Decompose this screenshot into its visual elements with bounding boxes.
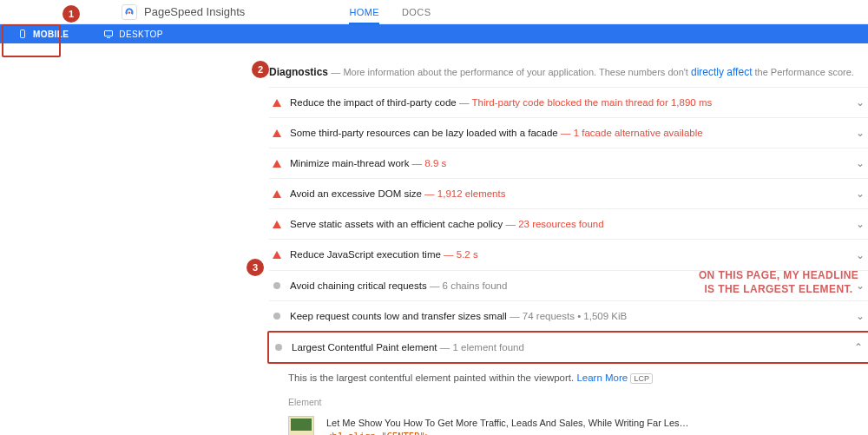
diagnostics-title: Diagnostics xyxy=(269,66,328,78)
lcp-element-headline: Let Me Show You How To Get More Traffic,… xyxy=(326,416,689,431)
chevron-down-icon: ⌄ xyxy=(856,249,865,261)
warning-triangle-icon xyxy=(273,129,281,137)
chevron-down-icon: ⌄ xyxy=(856,188,865,200)
psi-logo-icon xyxy=(122,4,137,20)
tab-desktop-label: DESKTOP xyxy=(119,30,162,39)
lcp-element-text: Let Me Show You How To Get More Traffic,… xyxy=(326,416,689,435)
row-title: Some third-party resources can be lazy l… xyxy=(290,126,856,140)
lcp-tag: LCP xyxy=(630,373,653,384)
warning-triangle-icon xyxy=(273,99,281,107)
row-metric: 23 resources found xyxy=(518,219,603,229)
diagnostic-row[interactable]: Serve static assets with an efficient ca… xyxy=(269,208,868,239)
app-header: PageSpeed Insights HOME DOCS xyxy=(0,0,868,24)
row-label: Reduce the impact of third-party code xyxy=(290,97,457,108)
diagnostics-subtitle-link[interactable]: directly affect xyxy=(691,66,752,78)
row-title: Serve static assets with an efficient ca… xyxy=(290,217,856,231)
chevron-up-icon: ⌃ xyxy=(854,341,863,353)
row-label: Avoid an excessive DOM size xyxy=(290,188,422,199)
warning-triangle-icon xyxy=(273,190,281,198)
warning-triangle-icon xyxy=(273,160,281,168)
row-label: Serve static assets with an efficient ca… xyxy=(290,219,503,229)
diagnostic-row[interactable]: Some third-party resources can be lazy l… xyxy=(269,117,868,148)
row-title: Largest Contentful Paint element — 1 ele… xyxy=(292,340,854,354)
row-metric: 6 chains found xyxy=(443,280,508,291)
diagnostic-row[interactable]: Reduce JavaScript execution time — 5.2 s… xyxy=(269,239,868,269)
diagnostics-subtitle-prefix: — More information about the performance… xyxy=(331,67,691,77)
lcp-element-code: <h1 align="CENTER"> xyxy=(326,430,689,435)
row-metric: 1 element found xyxy=(452,342,523,353)
row-metric: 74 requests • 1,509 KiB xyxy=(523,311,627,321)
diagnostics-heading: Diagnostics — More information about the… xyxy=(269,64,868,80)
annotation-number-2: 2 xyxy=(252,61,269,78)
lcp-learn-more-link[interactable]: Learn More xyxy=(576,372,628,383)
diagnostic-row[interactable]: Keep request counts low and transfer siz… xyxy=(269,300,868,331)
device-tab-bar: MOBILE DESKTOP xyxy=(0,24,868,43)
diagnostic-row[interactable]: Minimize main-thread work — 8.9 s⌄ xyxy=(269,148,868,178)
chevron-down-icon: ⌄ xyxy=(856,280,865,292)
tab-mobile[interactable]: MOBILE xyxy=(9,24,77,43)
chevron-down-icon: ⌄ xyxy=(856,157,865,169)
row-label: Minimize main-thread work xyxy=(290,158,409,168)
top-nav: HOME DOCS xyxy=(349,0,431,24)
row-label: Reduce JavaScript execution time xyxy=(290,249,441,260)
diagnostic-row[interactable]: Avoid an excessive DOM size — 1,912 elem… xyxy=(269,178,868,208)
nav-docs[interactable]: DOCS xyxy=(402,0,431,24)
diagnostics-subtitle-suffix: the Performance score. xyxy=(752,67,853,77)
svg-point-0 xyxy=(128,11,130,13)
row-title: Avoid an excessive DOM size — 1,912 elem… xyxy=(290,187,856,201)
chevron-down-icon: ⌄ xyxy=(856,218,865,230)
row-metric: Third-party code blocked the main thread… xyxy=(471,97,712,108)
tab-mobile-label: MOBILE xyxy=(33,30,69,39)
row-label: Largest Contentful Paint element xyxy=(292,342,437,353)
chevron-down-icon: ⌄ xyxy=(856,127,865,139)
nav-home[interactable]: HOME xyxy=(349,0,379,24)
page: PageSpeed Insights HOME DOCS MOBILE DESK… xyxy=(0,0,868,435)
chevron-down-icon: ⌄ xyxy=(856,96,865,109)
row-title: Keep request counts low and transfer siz… xyxy=(290,309,856,323)
warning-triangle-icon xyxy=(273,251,281,259)
tab-desktop[interactable]: DESKTOP xyxy=(95,24,171,43)
lcp-element-block: Let Me Show You How To Get More Traffic,… xyxy=(269,411,868,435)
chevron-down-icon: ⌄ xyxy=(856,310,865,322)
lcp-element-thumbnail xyxy=(288,416,314,435)
app-logo-row: PageSpeed Insights xyxy=(122,4,245,20)
row-metric: 1,912 elements xyxy=(437,188,506,199)
diagnostic-row[interactable]: Reduce the impact of third-party code — … xyxy=(269,87,868,117)
svg-rect-1 xyxy=(21,30,25,38)
row-title: Reduce the impact of third-party code — … xyxy=(290,96,856,109)
svg-rect-2 xyxy=(105,31,113,36)
circle-icon xyxy=(273,282,280,289)
row-metric: 1 facade alternative available xyxy=(574,128,703,138)
app-title: PageSpeed Insights xyxy=(144,5,245,18)
circle-icon xyxy=(275,344,282,351)
lcp-element-label: Element xyxy=(269,388,868,411)
row-metric: 8.9 s xyxy=(424,158,446,168)
row-title: Reduce JavaScript execution time — 5.2 s xyxy=(290,247,856,261)
warning-triangle-icon xyxy=(273,221,281,228)
row-lcp-element[interactable]: Largest Contentful Paint element — 1 ele… xyxy=(267,331,868,364)
annotation-number-3: 3 xyxy=(247,259,264,276)
row-title: Minimize main-thread work — 8.9 s xyxy=(290,156,856,170)
row-metric: 5.2 s xyxy=(457,249,478,260)
row-label: Keep request counts low and transfer siz… xyxy=(290,311,507,321)
row-label: Some third-party resources can be lazy l… xyxy=(290,128,558,138)
mobile-icon xyxy=(17,29,28,39)
annotation-number-1: 1 xyxy=(62,5,80,23)
diagnostics-panel: Diagnostics — More information about the… xyxy=(269,43,868,435)
circle-icon xyxy=(273,313,280,320)
diagnostic-row[interactable]: Avoid chaining critical requests — 6 cha… xyxy=(269,270,868,300)
row-label: Avoid chaining critical requests xyxy=(290,280,427,291)
desktop-icon xyxy=(103,29,114,39)
row-title: Avoid chaining critical requests — 6 cha… xyxy=(290,279,856,293)
lcp-desc-text: This is the largest contentful element p… xyxy=(288,372,576,383)
lcp-description: This is the largest contentful element p… xyxy=(269,364,868,388)
diagnostics-rows: Reduce the impact of third-party code — … xyxy=(269,87,868,331)
